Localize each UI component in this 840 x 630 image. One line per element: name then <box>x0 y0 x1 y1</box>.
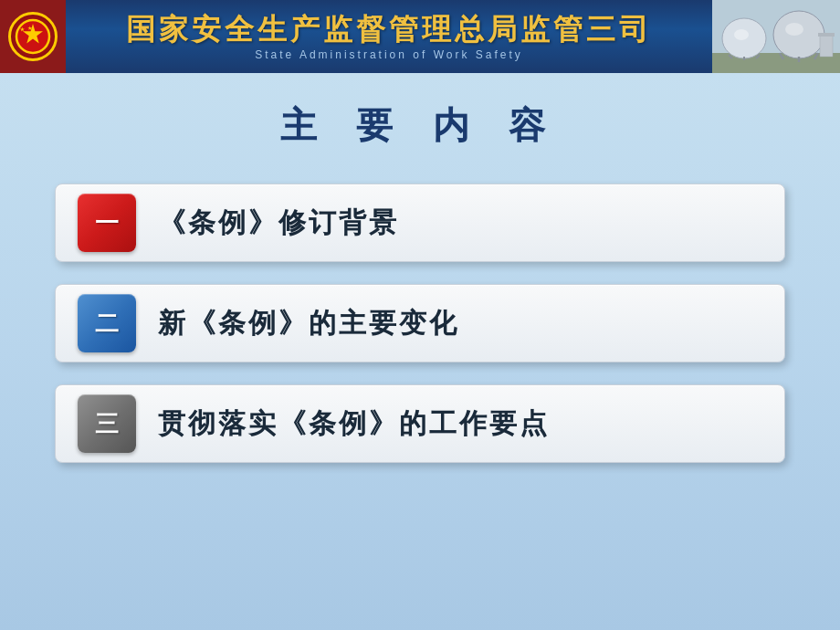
svg-point-12 <box>785 23 803 36</box>
menu-item-1-text: 《条例》修订背景 <box>158 205 399 242</box>
menu-item-1[interactable]: 一 《条例》修订背景 <box>55 184 785 262</box>
header-emblem-area <box>0 0 66 73</box>
header-english-title: State Administration of Work Safety <box>255 48 523 61</box>
main-content: 主 要 内 容 一 《条例》修订背景 二 新《条例》的主要变化 三 贯彻落实《条… <box>0 73 840 630</box>
menu-items-container: 一 《条例》修订背景 二 新《条例》的主要变化 三 贯彻落实《条例》的工作要点 <box>55 184 785 463</box>
badge-1: 一 <box>78 194 136 252</box>
badge-2: 二 <box>78 294 136 352</box>
menu-item-3[interactable]: 三 贯彻落实《条例》的工作要点 <box>55 384 785 463</box>
svg-point-7 <box>734 29 749 40</box>
menu-item-3-text: 贯彻落实《条例》的工作要点 <box>158 405 550 443</box>
header-title-area: 国家安全生产监督管理总局监管三司 State Administration of… <box>66 12 712 61</box>
badge-3: 三 <box>78 394 136 453</box>
svg-rect-16 <box>820 35 833 57</box>
svg-rect-17 <box>818 33 835 37</box>
menu-item-2-text: 新《条例》的主要变化 <box>158 305 459 342</box>
national-emblem <box>8 12 58 61</box>
header-chinese-title: 国家安全生产监督管理总局监管三司 <box>126 12 652 47</box>
page-title: 主 要 内 容 <box>280 100 559 151</box>
menu-item-2[interactable]: 二 新《条例》的主要变化 <box>55 284 785 362</box>
header-right-image <box>712 0 840 73</box>
header: 国家安全生产监督管理总局监管三司 State Administration of… <box>0 0 840 73</box>
